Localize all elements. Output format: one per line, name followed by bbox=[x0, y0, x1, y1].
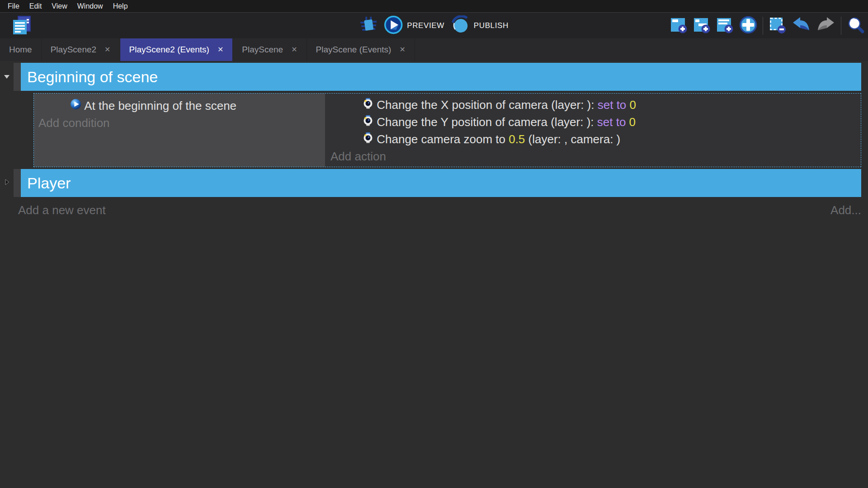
close-icon[interactable]: ✕ bbox=[291, 46, 297, 53]
menu-file[interactable]: File bbox=[3, 2, 24, 10]
group-title: Beginning of scene bbox=[27, 68, 158, 86]
redo-icon bbox=[816, 16, 836, 36]
debug-bug-icon bbox=[359, 16, 377, 36]
toolbar-separator bbox=[841, 17, 841, 35]
undo-icon bbox=[791, 16, 811, 36]
tab-playscene[interactable]: PlayScene ✕ bbox=[233, 38, 307, 61]
action-value: 0 bbox=[630, 98, 636, 112]
debug-button[interactable] bbox=[359, 16, 377, 36]
menu-view[interactable]: View bbox=[47, 2, 72, 10]
undo-button[interactable] bbox=[791, 16, 811, 36]
menu-window[interactable]: Window bbox=[72, 2, 108, 10]
delete-selection-button[interactable] bbox=[768, 16, 786, 36]
publish-button[interactable]: PUBLISH bbox=[451, 15, 509, 36]
action-operator: set to bbox=[598, 98, 630, 112]
redo-button[interactable] bbox=[816, 16, 836, 36]
tab-label: PlayScene2 (Events) bbox=[129, 45, 209, 55]
delete-selection-icon bbox=[768, 16, 786, 36]
add-comment-button[interactable] bbox=[716, 16, 734, 36]
tab-playscene2[interactable]: PlayScene2 ✕ bbox=[42, 38, 120, 61]
tab-playscene2-events[interactable]: PlayScene2 (Events) ✕ bbox=[120, 38, 233, 61]
menu-edit[interactable]: Edit bbox=[24, 2, 47, 10]
search-icon bbox=[846, 15, 865, 36]
conditions-column: At the beginning of the scene Add condit… bbox=[34, 94, 325, 167]
event-row[interactable]: At the beginning of the scene Add condit… bbox=[33, 93, 861, 167]
add-condition-button[interactable]: Add condition bbox=[38, 114, 321, 131]
group-header-bar[interactable]: Beginning of scene bbox=[21, 63, 861, 91]
event-group-beginning-of-scene: Beginning of scene bbox=[0, 63, 868, 91]
tab-label: PlayScene2 bbox=[51, 45, 96, 55]
events-sheet-button[interactable] bbox=[11, 15, 33, 37]
preview-label: PREVIEW bbox=[407, 21, 444, 30]
action-value: 0.5 bbox=[509, 132, 525, 146]
action-text: Change camera zoom to bbox=[377, 132, 509, 146]
add-new-event-button[interactable]: Add a new event bbox=[18, 203, 106, 217]
group-header-bar[interactable]: Player bbox=[21, 169, 861, 197]
action-value: 0 bbox=[629, 115, 636, 129]
main-toolbar: PREVIEW PUBLISH bbox=[0, 12, 868, 38]
add-event-button[interactable] bbox=[670, 16, 688, 36]
add-action-button[interactable]: Add action bbox=[330, 148, 856, 165]
collapse-toggle[interactable] bbox=[0, 63, 14, 91]
action-text: Change the X position of camera (layer: … bbox=[377, 98, 597, 112]
group-title: Player bbox=[27, 174, 71, 192]
close-icon[interactable]: ✕ bbox=[104, 46, 110, 53]
publish-icon bbox=[451, 15, 470, 36]
chevron-right-icon bbox=[5, 178, 9, 188]
condition-text: At the beginning of the scene bbox=[84, 99, 236, 113]
action-camera-x[interactable]: Change the X position of camera (layer: … bbox=[330, 96, 856, 113]
add-comment-icon bbox=[716, 16, 734, 36]
tab-label: Home bbox=[9, 45, 32, 55]
add-event-icon bbox=[670, 16, 688, 36]
add-other-button[interactable] bbox=[739, 15, 758, 36]
action-text: Change the Y position of camera (layer: … bbox=[377, 115, 597, 129]
events-sheet: Beginning of scene bbox=[0, 61, 868, 217]
tab-label: PlayScene bbox=[242, 45, 283, 55]
close-icon[interactable]: ✕ bbox=[399, 46, 405, 53]
actions-column: Change the X position of camera (layer: … bbox=[325, 94, 861, 167]
search-events-button[interactable] bbox=[846, 15, 865, 36]
condition-at-beginning[interactable]: At the beginning of the scene bbox=[38, 97, 321, 114]
toolbar-separator bbox=[763, 17, 763, 35]
group-drag-handle[interactable] bbox=[14, 169, 21, 197]
publish-label: PUBLISH bbox=[474, 21, 509, 30]
tab-label: PlayScene (Events) bbox=[316, 45, 392, 55]
preview-button[interactable]: PREVIEW bbox=[384, 15, 444, 36]
tab-playscene-events[interactable]: PlayScene (Events) ✕ bbox=[307, 38, 415, 61]
action-camera-y[interactable]: Change the Y position of camera (layer: … bbox=[330, 113, 856, 131]
play-icon bbox=[384, 15, 403, 36]
action-operator: set to bbox=[597, 115, 629, 129]
collapse-toggle[interactable] bbox=[0, 169, 14, 197]
add-subevent-button[interactable] bbox=[693, 16, 711, 36]
tab-home[interactable]: Home bbox=[0, 38, 42, 61]
group-drag-handle[interactable] bbox=[14, 63, 21, 91]
action-text: (layer: , camera: ) bbox=[525, 132, 620, 146]
action-camera-zoom[interactable]: Change camera zoom to 0.5 (layer: , came… bbox=[330, 131, 856, 148]
add-event-row: Add a new event Add... bbox=[18, 203, 861, 217]
add-circle-icon bbox=[739, 15, 758, 36]
tab-bar: Home PlayScene2 ✕ PlayScene2 (Events) ✕ … bbox=[0, 38, 868, 61]
close-icon[interactable]: ✕ bbox=[217, 46, 223, 53]
chevron-down-icon bbox=[3, 73, 10, 81]
menu-bar: File Edit View Window Help bbox=[0, 0, 868, 12]
add-subevent-icon bbox=[693, 16, 711, 36]
menu-help[interactable]: Help bbox=[108, 2, 133, 10]
events-sheet-icon bbox=[11, 15, 32, 38]
event-group-player: Player bbox=[0, 169, 868, 197]
add-more-button[interactable]: Add... bbox=[830, 203, 861, 217]
